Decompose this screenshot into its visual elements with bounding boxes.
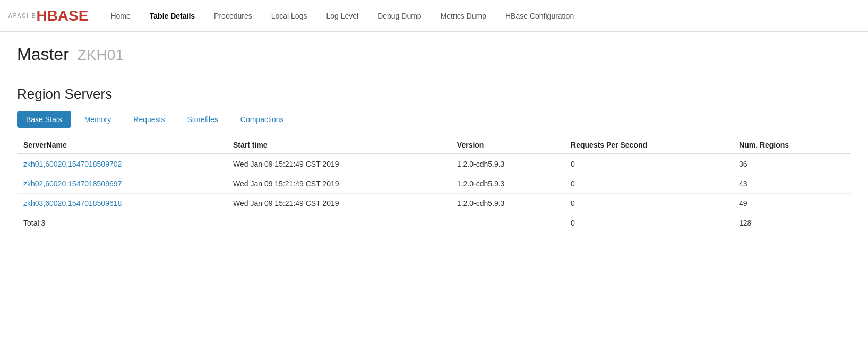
num-regions-cell: 43 <box>733 174 851 194</box>
logo: APACHE HBASE <box>8 8 88 23</box>
total-empty-cell <box>451 213 564 233</box>
logo-hbase-text: HBASE <box>36 8 88 23</box>
nav-link-local-logs[interactable]: Local Logs <box>262 0 317 32</box>
col-header-version: Version <box>451 136 564 154</box>
tab-base-stats[interactable]: Base Stats <box>17 111 71 128</box>
col-header-start-time: Start time <box>227 136 451 154</box>
tab-compactions[interactable]: Compactions <box>231 111 293 128</box>
server-name-link[interactable]: zkh02,60020,1547018509697 <box>23 179 122 188</box>
start-time-cell: Wed Jan 09 15:21:49 CST 2019 <box>227 194 451 213</box>
start-time-cell: Wed Jan 09 15:21:49 CST 2019 <box>227 154 451 174</box>
nav-link-procedures[interactable]: Procedures <box>204 0 262 32</box>
tab-requests[interactable]: Requests <box>124 111 174 128</box>
requests-per-second-cell: 0 <box>564 194 733 213</box>
version-cell: 1.2.0-cdh5.9.3 <box>451 194 564 213</box>
logo-apache-text: APACHE <box>8 13 36 19</box>
start-time-cell: Wed Jan 09 15:21:49 CST 2019 <box>227 174 451 194</box>
nav-links: HomeTable DetailsProceduresLocal LogsLog… <box>101 0 583 32</box>
tab-storefiles[interactable]: Storefiles <box>178 111 227 128</box>
master-label: Master <box>17 45 69 64</box>
table-row: zkh03,60020,1547018509618Wed Jan 09 15:2… <box>17 194 851 213</box>
table-row: zkh02,60020,1547018509697Wed Jan 09 15:2… <box>17 174 851 194</box>
total-requests-per-second: 0 <box>564 213 733 233</box>
zkhost-label: ZKH01 <box>78 47 124 64</box>
table-body: zkh01,60020,1547018509702Wed Jan 09 15:2… <box>17 154 851 233</box>
nav-link-home[interactable]: Home <box>101 0 140 32</box>
version-cell: 1.2.0-cdh5.9.3 <box>451 154 564 174</box>
total-row: Total:30128 <box>17 213 851 233</box>
tabs-container: Base StatsMemoryRequestsStorefilesCompac… <box>17 111 851 128</box>
total-label: Total:3 <box>17 213 227 233</box>
master-title-area: Master ZKH01 <box>17 45 851 64</box>
col-header-requests-per-second: Requests Per Second <box>564 136 733 154</box>
server-name-link[interactable]: zkh03,60020,1547018509618 <box>23 199 122 208</box>
navbar: APACHE HBASE HomeTable DetailsProcedures… <box>0 0 868 32</box>
requests-per-second-cell: 0 <box>564 154 733 174</box>
num-regions-cell: 36 <box>733 154 851 174</box>
table-row: zkh01,60020,1547018509702Wed Jan 09 15:2… <box>17 154 851 174</box>
total-num-regions: 128 <box>733 213 851 233</box>
tab-memory[interactable]: Memory <box>75 111 121 128</box>
requests-per-second-cell: 0 <box>564 174 733 194</box>
nav-link-log-level[interactable]: Log Level <box>316 0 368 32</box>
num-regions-cell: 49 <box>733 194 851 213</box>
col-header-servername: ServerName <box>17 136 227 154</box>
nav-link-metrics-dump[interactable]: Metrics Dump <box>431 0 496 32</box>
col-header-num-regions: Num. Regions <box>733 136 851 154</box>
total-empty-cell <box>227 213 451 233</box>
version-cell: 1.2.0-cdh5.9.3 <box>451 174 564 194</box>
nav-link-debug-dump[interactable]: Debug Dump <box>368 0 431 32</box>
region-servers-table: ServerNameStart timeVersionRequests Per … <box>17 136 851 233</box>
main-content: Master ZKH01 Region Servers Base StatsMe… <box>0 32 868 246</box>
nav-link-hbase-configuration[interactable]: HBase Configuration <box>496 0 583 32</box>
region-servers-title: Region Servers <box>17 86 851 102</box>
table-header-row: ServerNameStart timeVersionRequests Per … <box>17 136 851 154</box>
server-name-link[interactable]: zkh01,60020,1547018509702 <box>23 160 122 168</box>
nav-link-table-details[interactable]: Table Details <box>140 0 204 32</box>
divider-1 <box>17 73 851 73</box>
